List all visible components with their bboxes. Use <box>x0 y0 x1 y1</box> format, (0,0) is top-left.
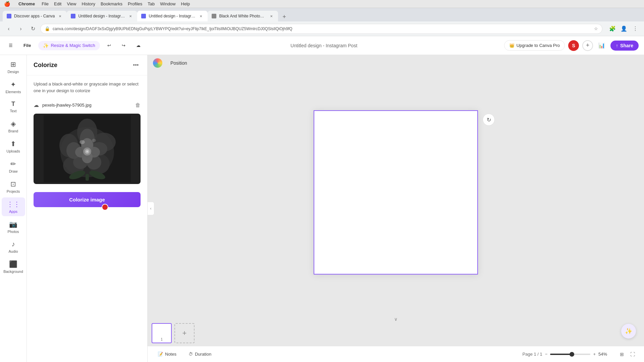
sidebar-item-brand[interactable]: ◈ Brand <box>2 117 25 136</box>
extensions-icon[interactable]: 🧩 <box>608 24 617 34</box>
sidebar-item-design[interactable]: ⊞ Design <box>2 58 25 76</box>
grid-view-button[interactable]: ⊞ <box>617 350 627 359</box>
fullscreen-button[interactable]: ⛶ <box>628 350 637 359</box>
tab-label-2: Untitled design - Instagram P... <box>149 14 196 18</box>
stats-button[interactable]: 📊 <box>596 40 607 51</box>
add-page-button[interactable]: + <box>174 323 195 343</box>
menu-profiles[interactable]: Profiles <box>128 1 142 6</box>
sidebar-item-background[interactable]: ⬛ Background <box>2 257 25 276</box>
new-tab-button[interactable]: + <box>279 12 289 21</box>
resize-label: Resize & Magic Switch <box>51 43 95 48</box>
design-canvas[interactable] <box>314 110 478 275</box>
invite-button[interactable]: + <box>582 40 593 51</box>
menu-window[interactable]: Window <box>160 1 175 6</box>
url-text[interactable]: canva.com/design/DAGF3xSxDjg/yB9UPbEDNgG… <box>53 26 292 31</box>
redo-button[interactable]: ↪ <box>118 41 129 50</box>
save-button[interactable]: ☁ <box>133 41 144 50</box>
undo-icon: ↩ <box>107 43 111 48</box>
upload-file-row: ☁ pexels-jhawley-57905.jpg 🗑 <box>27 99 147 111</box>
sidebar-item-projects[interactable]: ⊡ Projects <box>2 177 25 196</box>
panel-description: Upload a black-and-white or grayscale im… <box>27 75 147 99</box>
zoom-in-icon[interactable]: + <box>593 352 596 357</box>
zoom-track[interactable] <box>550 354 590 355</box>
url-input[interactable]: 🔒 canva.com/design/DAGF3xSxDjg/yB9UPbEDN… <box>40 24 602 34</box>
menu-edit[interactable]: Edit <box>54 1 61 6</box>
mac-menu-bar: 🍎 Chrome File Edit View History Bookmark… <box>0 0 644 8</box>
canvas-viewport: ↻ <box>148 71 644 314</box>
hamburger-button[interactable]: ☰ <box>5 41 16 50</box>
panel-header: Colorize ••• <box>27 55 147 75</box>
zoom-slider[interactable]: − + <box>545 352 596 357</box>
colorize-panel: Colorize ••• Upload a black-and-white or… <box>27 55 148 362</box>
projects-icon: ⊡ <box>10 180 16 188</box>
text-icon: T <box>11 101 15 108</box>
sidebar-item-audio[interactable]: ♪ Audio <box>2 238 25 256</box>
tab-close-1[interactable]: ✕ <box>128 13 133 19</box>
canvas-refresh-button[interactable]: ↻ <box>483 114 495 126</box>
upload-cloud-icon: ☁ <box>34 102 39 108</box>
page-number-label: 1 <box>161 338 163 341</box>
collapse-arrow[interactable]: ∨ <box>152 316 640 322</box>
sidebar-item-elements[interactable]: ✦ Elements <box>2 78 25 97</box>
share-icon: ↑ <box>616 43 618 48</box>
notes-button[interactable]: 📝 Notes <box>154 350 180 359</box>
resize-magic-switch-button[interactable]: ✨ Resize & Magic Switch <box>38 41 100 50</box>
duration-button[interactable]: ⏱ Duration <box>185 350 215 359</box>
bottom-toolbar: 📝 Notes ⏱ Duration Page 1 / 1 − <box>148 346 644 362</box>
color-palette-button[interactable] <box>153 58 162 68</box>
toolbar-right: 👑 Upgrade to Canva Pro S + 📊 ↑ Share <box>504 40 639 51</box>
tab-favicon-1 <box>71 14 75 18</box>
share-button[interactable]: ↑ Share <box>610 41 639 51</box>
star-icon[interactable]: ☆ <box>594 26 598 31</box>
notes-label: Notes <box>165 352 176 357</box>
sidebar-label-design: Design <box>7 70 19 74</box>
tab-close-2[interactable]: ✕ <box>198 13 204 19</box>
zoom-out-icon[interactable]: − <box>545 352 548 357</box>
colorize-label: Colorize image <box>69 197 105 202</box>
sidebar-item-draw[interactable]: ✏ Draw <box>2 157 25 176</box>
menu-tab[interactable]: Tab <box>148 1 155 6</box>
page-thumbnail-1[interactable]: 1 <box>152 323 172 343</box>
position-button[interactable]: Position <box>166 58 191 68</box>
canvas-area: Position ↻ ∨ 1 + <box>148 55 644 362</box>
canva-main: ⊞ Design ✦ Elements T Text ◈ Brand ⬆ Upl… <box>0 55 644 362</box>
forward-button[interactable]: › <box>16 24 25 34</box>
delete-file-button[interactable]: 🗑 <box>135 102 141 108</box>
colorize-image-button[interactable]: Colorize image <box>34 192 141 207</box>
tab-close-0[interactable]: ✕ <box>57 13 63 19</box>
menu-help[interactable]: Help <box>181 1 190 6</box>
browser-actions: 🧩 👤 ⋮ <box>608 24 640 34</box>
tab-label-0: Discover apps - Canva <box>14 14 55 18</box>
address-bar-icons: ☆ <box>594 26 598 31</box>
menu-file[interactable]: File <box>42 1 49 6</box>
duration-label: Duration <box>195 352 211 357</box>
menu-bookmarks[interactable]: Bookmarks <box>101 1 122 6</box>
back-button[interactable]: ‹ <box>4 24 13 34</box>
menu-view[interactable]: View <box>67 1 76 6</box>
refresh-button[interactable]: ↻ <box>28 24 38 34</box>
user-profile-icon[interactable]: 👤 <box>619 24 629 34</box>
sidebar-item-photos[interactable]: 📷 Photos <box>2 218 25 236</box>
file-button[interactable]: File <box>20 41 34 50</box>
browser-tab-2[interactable]: Untitled design - Instagram P... ✕ <box>137 11 208 21</box>
upgrade-button[interactable]: 👑 Upgrade to Canva Pro <box>504 40 565 51</box>
panel-collapse-button[interactable]: ‹ <box>148 202 154 215</box>
browser-tab-0[interactable]: Discover apps - Canva ✕ <box>3 11 67 21</box>
panel-more-button[interactable]: ••• <box>131 60 141 70</box>
menu-history[interactable]: History <box>82 1 95 6</box>
sidebar-item-text[interactable]: T Text <box>2 98 25 116</box>
sidebar-item-apps[interactable]: ⋮⋮ Apps <box>2 197 25 216</box>
sidebar-item-uploads[interactable]: ⬆ Uploads <box>2 137 25 156</box>
sidebar-label-brand: Brand <box>8 129 18 133</box>
magic-button[interactable]: ✨ <box>621 324 636 339</box>
user-avatar[interactable]: S <box>568 40 579 51</box>
canva-toolbar: ☰ File ✨ Resize & Magic Switch ↩ ↪ ☁ Unt… <box>0 36 644 55</box>
tab-close-3[interactable]: ✕ <box>269 13 274 19</box>
undo-button[interactable]: ↩ <box>104 41 114 50</box>
redo-icon: ↪ <box>122 43 125 48</box>
mac-menu-items: File Edit View History Bookmarks Profile… <box>42 1 190 6</box>
browser-tab-3[interactable]: Black And White Photos, Do... ✕ <box>208 11 278 21</box>
zoom-thumb[interactable] <box>570 352 574 357</box>
more-options-icon[interactable]: ⋮ <box>631 24 640 34</box>
browser-tab-1[interactable]: Untitled design - Instagram ... ✕ <box>67 11 137 21</box>
